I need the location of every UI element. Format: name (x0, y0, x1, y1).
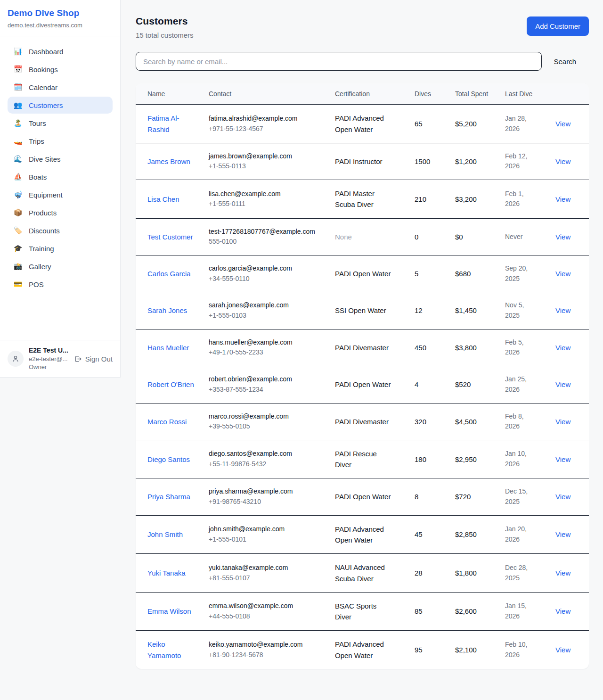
sidebar-item-gallery[interactable]: 📸 Gallery (8, 258, 113, 275)
view-link[interactable]: View (555, 306, 570, 314)
customer-name-link[interactable]: Hans Mueller (147, 344, 189, 352)
customer-name-link[interactable]: Yuki Tanaka (147, 569, 186, 577)
customer-total-spent: $1,200 (450, 143, 500, 180)
customer-phone: +1-555-0101 (209, 535, 321, 545)
col-header-total-spent: Total Spent (450, 83, 500, 105)
customer-name-link[interactable]: Fatima Al-Rashid (147, 114, 179, 133)
table-row: Diego Santos diego.santos@example.com +5… (136, 440, 589, 478)
customer-name-link[interactable]: Sarah Jones (147, 306, 187, 314)
sidebar-item-customers[interactable]: 👥 Customers (8, 97, 113, 114)
customer-name-link[interactable]: Marco Rossi (147, 418, 187, 426)
customer-dives: 45 (410, 515, 450, 554)
customer-certification: PADI Advanced Open Water (330, 515, 410, 554)
trips-speedboat-icon: 🚤 (13, 137, 23, 145)
customer-name-link[interactable]: Emma Wilson (147, 607, 191, 615)
customer-phone: +971-55-123-4567 (209, 124, 321, 134)
customer-name-link[interactable]: Priya Sharma (147, 493, 190, 501)
sidebar-item-bookings[interactable]: 📅 Bookings (8, 61, 113, 78)
sidebar-item-label: Dashboard (29, 48, 63, 56)
customer-email: robert.obrien@example.com (209, 374, 321, 385)
pos-credit-card-icon: 💳 (13, 280, 23, 288)
customer-last-dive: Feb 8, 2026 (500, 403, 551, 440)
table-row: Emma Wilson emma.wilson@example.com +44-… (136, 592, 589, 631)
view-link[interactable]: View (555, 569, 570, 577)
customer-name-link[interactable]: John Smith (147, 530, 183, 538)
view-link[interactable]: View (555, 646, 570, 654)
sidebar-item-tours[interactable]: 🏝️ Tours (8, 115, 113, 132)
view-link[interactable]: View (555, 233, 570, 241)
customer-certification: PADI Open Water (330, 478, 410, 515)
sidebar-item-calendar[interactable]: 🗓️ Calendar (8, 79, 113, 96)
person-icon (11, 354, 20, 363)
sidebar-item-discounts[interactable]: 🏷️ Discounts (8, 222, 113, 239)
customers-table-card: Name Contact Certification Dives Total S… (136, 83, 589, 669)
customer-phone: +49-170-555-2233 (209, 347, 321, 358)
view-link[interactable]: View (555, 157, 570, 165)
tours-island-icon: 🏝️ (13, 119, 23, 127)
view-link[interactable]: View (555, 418, 570, 426)
customer-name-link[interactable]: Carlos Garcia (147, 270, 191, 278)
sidebar-item-training[interactable]: 🎓 Training (8, 240, 113, 257)
sidebar-item-label: Equipment (29, 191, 63, 199)
customer-total-spent: $2,950 (450, 440, 500, 478)
view-link[interactable]: View (555, 455, 570, 463)
sidebar-item-label: Calendar (29, 83, 57, 91)
customer-certification: PADI Divemaster (330, 403, 410, 440)
sidebar-item-pos[interactable]: 💳 POS (8, 276, 113, 293)
sign-out-button[interactable]: Sign Out (74, 355, 113, 363)
customer-phone: +91-98765-43210 (209, 497, 321, 507)
view-link[interactable]: View (555, 344, 570, 352)
view-link[interactable]: View (555, 120, 570, 128)
customer-phone: 555-0100 (209, 237, 321, 247)
training-grad-cap-icon: 🎓 (13, 244, 23, 253)
customer-dives: 450 (410, 329, 450, 366)
customer-dives: 65 (410, 105, 450, 143)
sidebar-item-label: Customers (29, 101, 63, 109)
customer-name-link[interactable]: Diego Santos (147, 455, 190, 463)
table-row: Robert O'Brien robert.obrien@example.com… (136, 366, 589, 403)
view-link[interactable]: View (555, 270, 570, 278)
dashboard-chart-icon: 📊 (13, 47, 23, 56)
customer-last-dive: Jan 10, 2026 (500, 440, 551, 478)
customer-phone: +1-555-0113 (209, 161, 321, 172)
col-header-last-dive: Last Dive (500, 83, 551, 105)
sidebar-item-products[interactable]: 📦 Products (8, 204, 113, 221)
customer-name-link[interactable]: Keiko Yamamoto (147, 640, 181, 659)
customer-total-spent: $3,200 (450, 180, 500, 219)
page-title-block: Customers 15 total customers (136, 16, 194, 39)
customer-last-dive: Dec 28, 2025 (500, 554, 551, 593)
customer-name-link[interactable]: Lisa Chen (147, 195, 179, 203)
view-link[interactable]: View (555, 380, 570, 388)
sidebar-item-boats[interactable]: ⛵ Boats (8, 168, 113, 185)
view-link[interactable]: View (555, 530, 570, 538)
customer-certification: PADI Open Water (330, 366, 410, 403)
sidebar-item-dive-sites[interactable]: 🌊 Dive Sites (8, 150, 113, 167)
customer-email: john.smith@example.com (209, 524, 321, 535)
add-customer-button[interactable]: Add Customer (527, 16, 589, 36)
view-link[interactable]: View (555, 607, 570, 615)
view-link[interactable]: View (555, 493, 570, 501)
user-meta: E2E Test U... e2e-tester@... Owner (29, 346, 69, 371)
search-button[interactable]: Search (542, 58, 589, 66)
view-link[interactable]: View (555, 195, 570, 203)
customer-phone: +1-555-0111 (209, 199, 321, 209)
sign-out-label: Sign Out (85, 355, 113, 363)
customer-phone: +81-555-0107 (209, 573, 321, 584)
sidebar-item-dashboard[interactable]: 📊 Dashboard (8, 43, 113, 60)
sidebar-item-trips[interactable]: 🚤 Trips (8, 132, 113, 149)
customer-dives: 0 (410, 218, 450, 255)
customers-table: Name Contact Certification Dives Total S… (136, 83, 589, 669)
customer-name-link[interactable]: Test Customer (147, 233, 193, 241)
sidebar-item-equipment[interactable]: 🤿 Equipment (8, 186, 113, 203)
customer-name-link[interactable]: Robert O'Brien (147, 380, 194, 388)
table-row: Sarah Jones sarah.jones@example.com +1-5… (136, 292, 589, 329)
sidebar-item-label: Boats (29, 173, 47, 181)
discounts-tag-icon: 🏷️ (13, 226, 23, 235)
table-row: Marco Rossi marco.rossi@example.com +39-… (136, 403, 589, 440)
table-row: Priya Sharma priya.sharma@example.com +9… (136, 478, 589, 515)
sidebar-item-label: Bookings (29, 66, 58, 74)
customer-certification: PADI Advanced Open Water (330, 105, 410, 143)
search-input[interactable] (136, 52, 542, 71)
customer-total-spent: $4,500 (450, 403, 500, 440)
customer-name-link[interactable]: James Brown (147, 157, 190, 165)
